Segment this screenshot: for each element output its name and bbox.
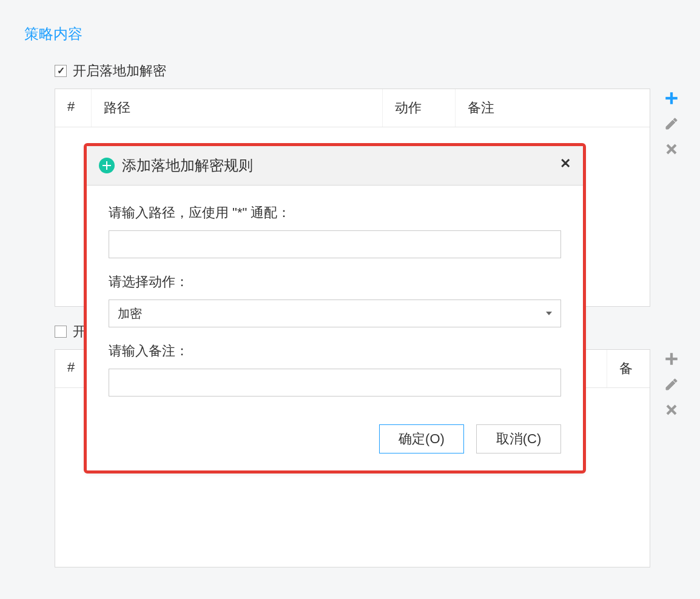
col-note: 备注 — [456, 89, 650, 127]
col-index: # — [55, 89, 92, 127]
edit-icon[interactable] — [663, 376, 680, 393]
note-input-label: 请输入备注： — [109, 342, 561, 360]
note-input[interactable] — [109, 369, 561, 397]
edit-icon[interactable] — [663, 115, 680, 132]
cancel-button[interactable]: 取消(C) — [476, 424, 561, 453]
delete-icon[interactable] — [663, 141, 680, 158]
page-title: 策略内容 — [24, 24, 682, 44]
dialog-header: 添加落地加解密规则 ✕ — [87, 146, 583, 186]
dialog-title: 添加落地加解密规则 — [122, 156, 253, 175]
ok-button[interactable]: 确定(O) — [379, 424, 464, 453]
table-header: # 路径 动作 备注 — [55, 89, 650, 127]
close-icon[interactable]: ✕ — [560, 156, 571, 172]
action-select-value: 加密 — [118, 306, 142, 322]
add-icon[interactable] — [663, 350, 680, 367]
path-input-label: 请输入路径，应使用 "*" 通配： — [109, 204, 561, 222]
enable-landing-encryption-row[interactable]: 开启落地加解密 — [55, 62, 682, 80]
path-input[interactable] — [109, 230, 561, 258]
col-action: 动作 — [383, 89, 456, 127]
delete-icon[interactable] — [663, 401, 680, 418]
table-1-tools — [661, 89, 682, 307]
add-icon[interactable] — [663, 90, 680, 107]
add-rule-dialog: 添加落地加解密规则 ✕ 请输入路径，应使用 "*" 通配： 请选择动作： 加密 … — [86, 146, 584, 471]
table-2-tools — [661, 349, 682, 567]
checkbox-icon[interactable] — [55, 326, 67, 338]
enable-landing-encryption-label: 开启落地加解密 — [73, 62, 166, 80]
chevron-down-icon — [546, 312, 552, 315]
col-path: 路径 — [92, 89, 383, 127]
dialog-add-icon — [99, 158, 115, 173]
secondary-enable-label: 开 — [73, 323, 86, 341]
col-note: 备 — [607, 350, 650, 387]
checkbox-icon[interactable] — [55, 65, 67, 77]
action-select[interactable]: 加密 — [109, 300, 561, 327]
action-select-label: 请选择动作： — [109, 273, 561, 291]
